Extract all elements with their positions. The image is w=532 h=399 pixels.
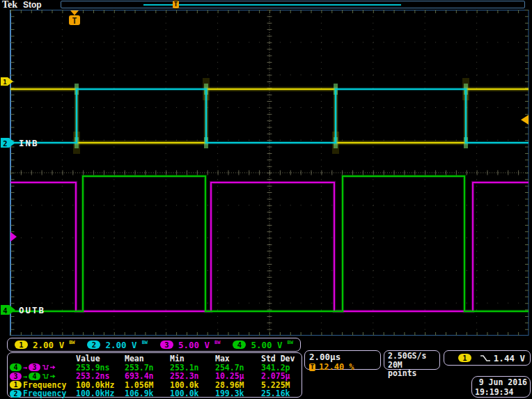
top-status-bar: Tek Stop T — [0, 0, 532, 10]
measurement-row-ch1-frequency: 1 Frequency 100.0kHz 1.056M 100.0k 28.96… — [10, 380, 302, 389]
measurement-row-ch2-frequency: 2 Frequency 100.0kHz 106.9k 100.0k 199.3… — [10, 389, 302, 398]
record-waveform-indicator — [143, 4, 401, 6]
acquisition-status: Stop — [23, 0, 42, 10]
time: 19:19:34 — [475, 387, 527, 397]
measurements-header-row: Value Mean Min Max Std Dev — [10, 354, 302, 363]
ch2-trace-label: INB — [19, 138, 39, 148]
trigger-readout[interactable]: 1 1.44 V — [444, 350, 531, 366]
date: 9 Jun 2016 — [475, 377, 527, 387]
horizontal-trigger-icon: T — [309, 363, 315, 371]
ch4-position-marker[interactable]: 4 OUTB — [1, 305, 45, 315]
ch1-scale: 2.00 V — [33, 340, 64, 350]
ch2-scale: 2.00 V — [105, 340, 136, 350]
channel-settings-bar[interactable]: 1 2.00 V BW 2 2.00 V BW 3 5.00 V BW 4 5.… — [7, 338, 301, 352]
oscilloscope-screen: Tek Stop T T 1 2 INB 4 OU — [0, 0, 532, 399]
record-length: 20M points — [388, 361, 436, 378]
delay-edges-icon — [42, 363, 56, 371]
ch1-setting[interactable]: 1 2.00 V BW — [15, 340, 75, 350]
sample-rate: 2.50GS/s — [388, 352, 436, 361]
delay-edges-icon — [42, 373, 56, 380]
horizontal-readout[interactable]: 2.00µs T 12.40 % — [304, 350, 381, 370]
measurement-row-delay-3-4: 3 → 4 253.2ns 693.4n 252.3n 10.25µ 2.075… — [10, 371, 302, 380]
trigger-level: 1.44 V — [491, 353, 525, 363]
trigger-flag-icon: T — [72, 16, 77, 26]
record-view-bar: T — [61, 1, 525, 8]
horizontal-scale: 2.00µs — [309, 352, 376, 362]
trigger-source-badge: 1 — [458, 354, 471, 362]
ch1-position-marker[interactable]: 1 — [1, 77, 13, 86]
tek-logo: Tek — [2, 0, 17, 10]
measurements-panel[interactable]: Value Mean Min Max Std Dev 4 → 3 253.9ns… — [7, 352, 302, 398]
ch3-setting[interactable]: 3 5.00 V BW — [160, 340, 221, 350]
graticule-grid — [10, 10, 529, 336]
ch4-badge[interactable]: 4 — [233, 341, 246, 349]
readout-area: 1 2.00 V BW 2 2.00 V BW 3 5.00 V BW 4 5.… — [0, 336, 532, 399]
datetime-readout: 9 Jun 2016 19:19:34 — [471, 376, 531, 398]
ch2-position-marker[interactable]: 2 INB — [1, 138, 39, 148]
ch1-bandwidth-icon: BW — [69, 340, 75, 345]
waveform-traces — [10, 78, 529, 311]
ch4-setting[interactable]: 4 5.00 V BW — [233, 340, 293, 350]
ch2-badge[interactable]: 2 — [87, 341, 100, 349]
svg-text:4: 4 — [3, 306, 7, 315]
record-trigger-position-icon: T — [173, 1, 179, 8]
svg-text:2: 2 — [3, 139, 7, 148]
ch1-badge[interactable]: 1 — [15, 341, 28, 349]
acquisition-readout[interactable]: 2.50GS/s 20M points — [384, 350, 440, 370]
measurement-row-delay-4-3: 4 → 3 253.9ns 253.7n 253.1n 254.7n 341.2… — [10, 363, 302, 372]
ch2-bandwidth-icon: BW — [142, 340, 148, 345]
ch3-scale: 5.00 V — [178, 340, 210, 350]
ch4-bandwidth-icon: BW — [288, 340, 293, 345]
ch3-bandwidth-icon: BW — [214, 340, 220, 345]
ch2-setting[interactable]: 2 2.00 V BW — [87, 340, 148, 350]
ch3-position-marker[interactable] — [10, 232, 17, 242]
falling-edge-icon — [480, 354, 491, 362]
ch4-trace-label: OUTB — [19, 305, 45, 315]
ch3-badge[interactable]: 3 — [160, 341, 173, 349]
trigger-level-arrow-icon[interactable] — [521, 115, 529, 125]
ch4-scale: 5.00 V — [251, 340, 282, 350]
graticule: T 1 2 INB 4 OUTB — [0, 10, 532, 336]
svg-text:1: 1 — [3, 79, 6, 86]
trigger-position-flag[interactable]: T — [69, 10, 80, 26]
horizontal-position: 12.40 % — [319, 362, 354, 372]
